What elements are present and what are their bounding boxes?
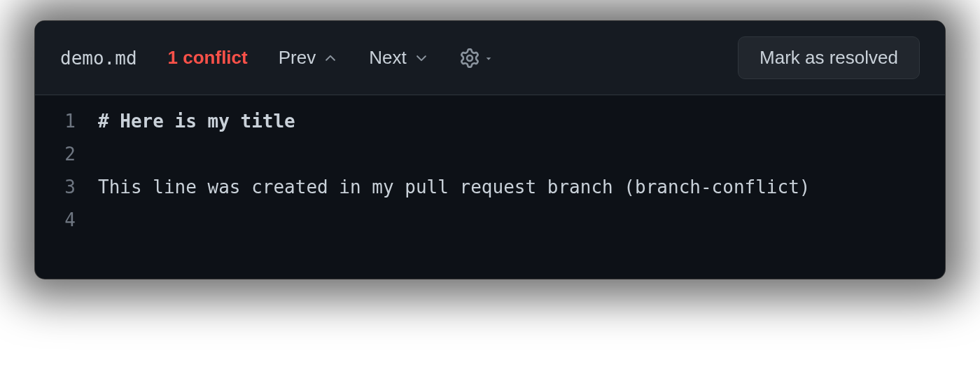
code-line [98, 204, 945, 237]
editor-settings-button[interactable] [460, 48, 493, 68]
prev-conflict-button[interactable]: Prev [279, 47, 338, 69]
conflict-count-label: 1 conflict [168, 47, 248, 69]
caret-down-icon [484, 53, 493, 63]
conflict-editor-panel: demo.md 1 conflict Prev Next Mark as res… [35, 21, 945, 279]
code-line [98, 138, 945, 171]
prev-label: Prev [279, 47, 316, 69]
line-number: 4 [35, 204, 76, 237]
next-conflict-button[interactable]: Next [369, 47, 428, 69]
chevron-down-icon [414, 50, 429, 66]
code-editor[interactable]: 1 2 3 4 # Here is my title This line was… [35, 95, 945, 279]
code-content[interactable]: # Here is my title This line was created… [98, 105, 945, 237]
line-number: 2 [35, 138, 76, 171]
conflict-toolbar: demo.md 1 conflict Prev Next Mark as res… [35, 21, 945, 95]
mark-resolved-button[interactable]: Mark as resolved [738, 36, 920, 79]
chevron-up-icon [323, 50, 338, 66]
line-number-gutter: 1 2 3 4 [35, 105, 98, 237]
next-label: Next [369, 47, 406, 69]
line-number: 3 [35, 171, 76, 204]
code-line: # Here is my title [98, 105, 945, 138]
filename-label: demo.md [60, 48, 137, 69]
line-number: 1 [35, 105, 76, 138]
gear-icon [460, 48, 479, 68]
code-line: This line was created in my pull request… [98, 171, 945, 204]
